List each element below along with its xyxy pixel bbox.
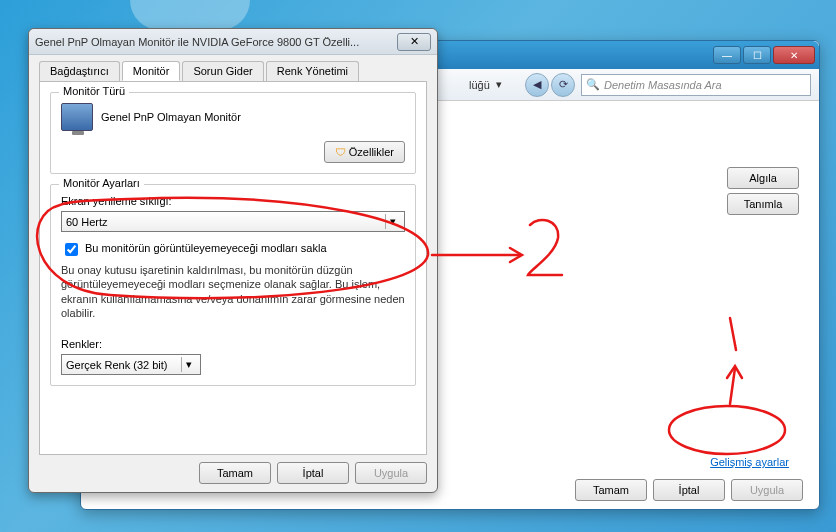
refresh-icon[interactable]: ⟳ xyxy=(551,73,575,97)
monitor-name-label: Genel PnP Olmayan Monitör xyxy=(101,111,241,123)
tab-monitor[interactable]: Monitör xyxy=(122,61,181,81)
advanced-settings-link[interactable]: Gelişmiş ayarlar xyxy=(710,456,789,468)
dialog-cancel-button[interactable]: İptal xyxy=(277,462,349,484)
refresh-rate-dropdown[interactable]: 60 Hertz ▾ xyxy=(61,211,405,232)
refresh-rate-value: 60 Hertz xyxy=(66,216,108,228)
chevron-down-icon: ▾ xyxy=(181,357,196,372)
desktop-flare xyxy=(130,0,250,30)
tab-strip: Bağdaştırıcı Monitör Sorun Gider Renk Yö… xyxy=(39,61,427,82)
hide-modes-label: Bu monitörün görüntüleyemeyeceği modları… xyxy=(85,242,327,254)
apply-button[interactable]: Uygula xyxy=(731,479,803,501)
search-icon: 🔍 xyxy=(586,78,600,91)
tab-color-management[interactable]: Renk Yönetimi xyxy=(266,61,359,81)
maximize-button[interactable]: ☐ xyxy=(743,46,771,64)
colors-dropdown[interactable]: Gerçek Renk (32 bit) ▾ xyxy=(61,354,201,375)
colors-value: Gerçek Renk (32 bit) xyxy=(66,359,167,371)
hide-modes-checkbox-row[interactable]: Bu monitörün görüntüleyemeyeceği modları… xyxy=(61,242,405,259)
tab-pane-monitor: Monitör Türü Genel PnP Olmayan Monitör 🛡… xyxy=(39,81,427,455)
search-input[interactable]: 🔍 Denetim Masasında Ara xyxy=(581,74,811,96)
identify-button[interactable]: Tanımla xyxy=(727,193,799,215)
colors-label: Renkler: xyxy=(61,338,405,350)
monitor-settings-group: Monitör Ayarları Ekran yenileme sıklığı:… xyxy=(50,184,416,386)
search-placeholder: Denetim Masasında Ara xyxy=(604,79,722,91)
hide-modes-hint: Bu onay kutusu işaretinin kaldırılması, … xyxy=(61,263,405,320)
tab-adapter[interactable]: Bağdaştırıcı xyxy=(39,61,120,81)
close-button[interactable]: ✕ xyxy=(773,46,815,64)
dialog-title: Genel PnP Olmayan Monitör ile NVIDIA GeF… xyxy=(35,36,397,48)
monitor-icon xyxy=(61,103,93,131)
monitor-type-group: Monitör Türü Genel PnP Olmayan Monitör 🛡… xyxy=(50,92,416,174)
shield-icon: 🛡 xyxy=(335,146,346,158)
group-title-monitor-type: Monitör Türü xyxy=(59,85,129,97)
ok-button[interactable]: Tamam xyxy=(575,479,647,501)
dropdown-arrow-icon[interactable]: ▾ xyxy=(496,78,502,91)
dialog-apply-button[interactable]: Uygula xyxy=(355,462,427,484)
tab-troubleshoot[interactable]: Sorun Gider xyxy=(182,61,263,81)
group-title-monitor-settings: Monitör Ayarları xyxy=(59,177,144,189)
dialog-ok-button[interactable]: Tamam xyxy=(199,462,271,484)
dialog-titlebar[interactable]: Genel PnP Olmayan Monitör ile NVIDIA GeF… xyxy=(29,29,437,55)
refresh-rate-label: Ekran yenileme sıklığı: xyxy=(61,195,405,207)
detect-button[interactable]: Algıla xyxy=(727,167,799,189)
dialog-close-button[interactable]: ✕ xyxy=(397,33,431,51)
monitor-properties-button[interactable]: 🛡 Özellikler xyxy=(324,141,405,163)
nav-back-icon[interactable]: ◀ xyxy=(525,73,549,97)
breadcrumb-text: lüğü xyxy=(469,79,490,91)
chevron-down-icon: ▾ xyxy=(385,214,400,229)
minimize-button[interactable]: — xyxy=(713,46,741,64)
cancel-button[interactable]: İptal xyxy=(653,479,725,501)
monitor-properties-dialog: Genel PnP Olmayan Monitör ile NVIDIA GeF… xyxy=(28,28,438,493)
hide-modes-checkbox[interactable] xyxy=(65,243,78,256)
properties-btn-label: Özellikler xyxy=(349,146,394,158)
